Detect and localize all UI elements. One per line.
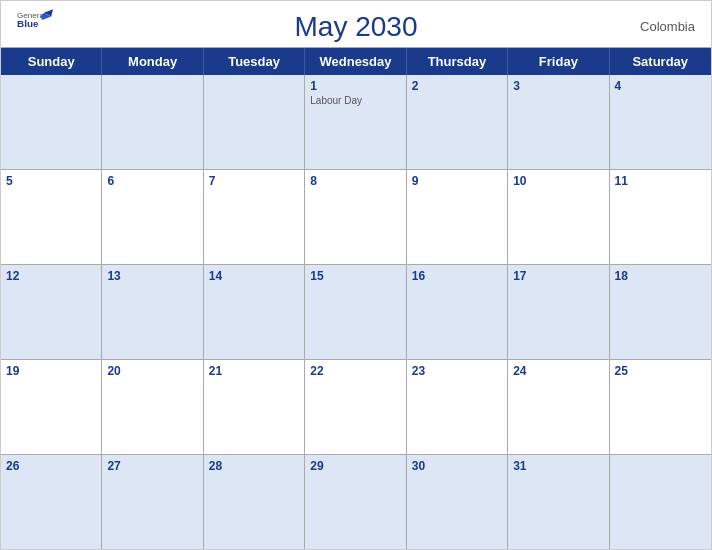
day-cell: 16 bbox=[407, 265, 508, 359]
day-number: 1 bbox=[310, 79, 400, 93]
day-number: 31 bbox=[513, 459, 603, 473]
day-cell: 9 bbox=[407, 170, 508, 264]
day-number: 4 bbox=[615, 79, 706, 93]
day-cell bbox=[1, 75, 102, 169]
day-number: 14 bbox=[209, 269, 299, 283]
day-cell: 30 bbox=[407, 455, 508, 549]
day-cell: 2 bbox=[407, 75, 508, 169]
day-number: 22 bbox=[310, 364, 400, 378]
day-cell: 28 bbox=[204, 455, 305, 549]
day-cell: 14 bbox=[204, 265, 305, 359]
day-cell: 25 bbox=[610, 360, 711, 454]
day-number: 21 bbox=[209, 364, 299, 378]
week-row-5: 262728293031 bbox=[1, 455, 711, 549]
day-header-monday: Monday bbox=[102, 48, 203, 75]
day-cell bbox=[204, 75, 305, 169]
day-number: 2 bbox=[412, 79, 502, 93]
week-row-4: 19202122232425 bbox=[1, 360, 711, 455]
day-number: 16 bbox=[412, 269, 502, 283]
day-cell: 26 bbox=[1, 455, 102, 549]
day-number: 10 bbox=[513, 174, 603, 188]
day-number: 13 bbox=[107, 269, 197, 283]
day-cell: 8 bbox=[305, 170, 406, 264]
day-cell: 6 bbox=[102, 170, 203, 264]
day-cell: 31 bbox=[508, 455, 609, 549]
day-cell: 21 bbox=[204, 360, 305, 454]
day-cell: 29 bbox=[305, 455, 406, 549]
day-number: 26 bbox=[6, 459, 96, 473]
day-number: 5 bbox=[6, 174, 96, 188]
day-number: 23 bbox=[412, 364, 502, 378]
day-number: 9 bbox=[412, 174, 502, 188]
svg-text:Blue: Blue bbox=[17, 18, 39, 29]
logo-area: General Blue bbox=[17, 9, 53, 31]
day-number: 27 bbox=[107, 459, 197, 473]
day-number: 25 bbox=[615, 364, 706, 378]
day-cell: 17 bbox=[508, 265, 609, 359]
day-cell: 27 bbox=[102, 455, 203, 549]
country-label: Colombia bbox=[640, 19, 695, 34]
day-number: 29 bbox=[310, 459, 400, 473]
day-cell: 7 bbox=[204, 170, 305, 264]
day-number: 3 bbox=[513, 79, 603, 93]
day-number: 20 bbox=[107, 364, 197, 378]
day-number: 11 bbox=[615, 174, 706, 188]
day-cell: 20 bbox=[102, 360, 203, 454]
day-number: 24 bbox=[513, 364, 603, 378]
day-number: 28 bbox=[209, 459, 299, 473]
day-headers-row: SundayMondayTuesdayWednesdayThursdayFrid… bbox=[1, 48, 711, 75]
day-header-saturday: Saturday bbox=[610, 48, 711, 75]
day-header-tuesday: Tuesday bbox=[204, 48, 305, 75]
day-cell bbox=[610, 455, 711, 549]
day-cell: 15 bbox=[305, 265, 406, 359]
day-number: 7 bbox=[209, 174, 299, 188]
day-header-friday: Friday bbox=[508, 48, 609, 75]
day-cell: 3 bbox=[508, 75, 609, 169]
day-cell: 18 bbox=[610, 265, 711, 359]
logo-icon: General Blue bbox=[17, 9, 53, 31]
day-header-wednesday: Wednesday bbox=[305, 48, 406, 75]
calendar-header: General Blue May 2030 Colombia bbox=[1, 1, 711, 47]
day-number: 6 bbox=[107, 174, 197, 188]
day-number: 12 bbox=[6, 269, 96, 283]
day-header-sunday: Sunday bbox=[1, 48, 102, 75]
day-cell: 13 bbox=[102, 265, 203, 359]
day-number: 15 bbox=[310, 269, 400, 283]
day-cell: 1Labour Day bbox=[305, 75, 406, 169]
day-cell: 10 bbox=[508, 170, 609, 264]
week-row-2: 567891011 bbox=[1, 170, 711, 265]
calendar: General Blue May 2030 Colombia SundayMon… bbox=[0, 0, 712, 550]
calendar-title: May 2030 bbox=[295, 11, 418, 43]
day-number: 8 bbox=[310, 174, 400, 188]
day-event: Labour Day bbox=[310, 95, 400, 106]
day-cell: 12 bbox=[1, 265, 102, 359]
day-cell: 22 bbox=[305, 360, 406, 454]
day-cell bbox=[102, 75, 203, 169]
week-row-1: 1Labour Day234 bbox=[1, 75, 711, 170]
weeks-container: 1Labour Day23456789101112131415161718192… bbox=[1, 75, 711, 549]
day-cell: 4 bbox=[610, 75, 711, 169]
day-number: 17 bbox=[513, 269, 603, 283]
day-number: 19 bbox=[6, 364, 96, 378]
day-cell: 11 bbox=[610, 170, 711, 264]
day-number: 18 bbox=[615, 269, 706, 283]
day-cell: 19 bbox=[1, 360, 102, 454]
day-header-thursday: Thursday bbox=[407, 48, 508, 75]
week-row-3: 12131415161718 bbox=[1, 265, 711, 360]
day-number: 30 bbox=[412, 459, 502, 473]
day-cell: 23 bbox=[407, 360, 508, 454]
day-cell: 5 bbox=[1, 170, 102, 264]
day-cell: 24 bbox=[508, 360, 609, 454]
calendar-grid: SundayMondayTuesdayWednesdayThursdayFrid… bbox=[1, 47, 711, 549]
